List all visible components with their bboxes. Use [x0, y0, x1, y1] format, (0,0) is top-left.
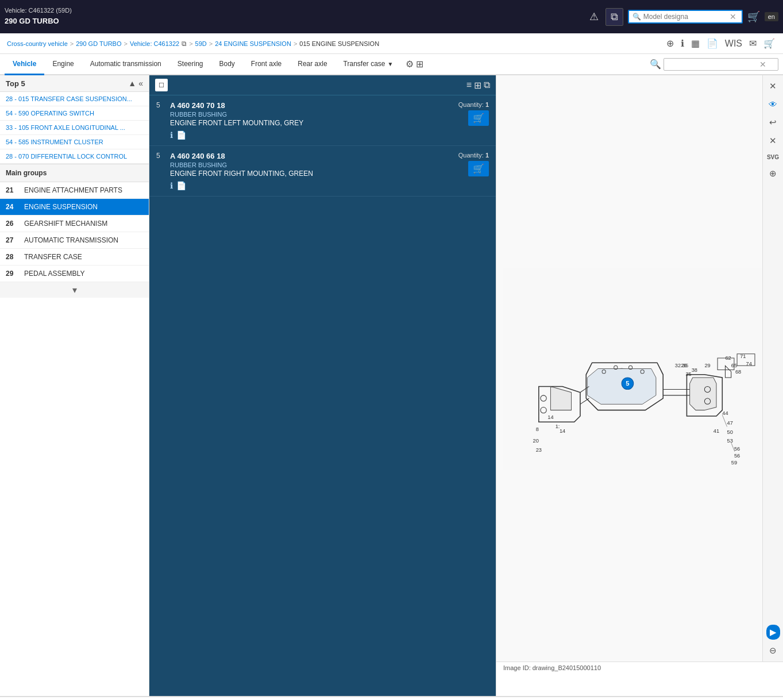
group-num-21: 21: [6, 186, 20, 194]
grid-icon-btn[interactable]: ⊞: [416, 59, 423, 70]
wis-icon-btn[interactable]: WIS: [724, 37, 743, 50]
breadcrumb-sep-1: >: [124, 40, 127, 47]
breadcrumb-sep-2: >: [189, 40, 192, 47]
top5-item-3[interactable]: 54 - 585 INSTRUMENT CLUSTER: [0, 135, 149, 149]
part-row-0-type: RUBBER BUSHING: [170, 111, 454, 118]
group-label-24: ENGINE SUSPENSION: [24, 203, 143, 211]
cart-icon-btn[interactable]: 🛒: [747, 10, 760, 23]
breadcrumb-item-4[interactable]: 24 ENGINE SUSPENSION: [215, 40, 291, 47]
svg-text:23: 23: [536, 447, 542, 452]
main-groups-header: Main groups: [0, 164, 149, 182]
tab-front-axle[interactable]: Front axle: [243, 54, 290, 75]
breadcrumb-sep-3: >: [209, 40, 213, 47]
svg-text:38: 38: [692, 367, 697, 372]
zoom-in-diagram-btn[interactable]: ⊕: [767, 166, 779, 181]
mail-icon-btn[interactable]: ✉: [748, 37, 758, 50]
svg-text:8: 8: [536, 426, 539, 432]
close-diagram-btn[interactable]: ✕: [767, 79, 779, 94]
group-num-27: 27: [6, 236, 20, 244]
svg-text:41: 41: [713, 428, 719, 433]
vehicle-line2: 290 GD TURBO: [5, 16, 583, 28]
part-row-0-num: 5: [156, 101, 165, 109]
part-doc-icon-1[interactable]: 📄: [176, 181, 186, 190]
tab-vehicle[interactable]: Vehicle: [5, 54, 44, 75]
tab-transfer-case[interactable]: Transfer case ▼: [335, 54, 402, 75]
tab-tool-icons: ⚙ ⊞: [406, 59, 423, 70]
svg-text:32 35: 32 35: [675, 363, 688, 368]
copy-vehicle-icon[interactable]: ⧉: [182, 40, 187, 48]
part-info-icon-0[interactable]: ℹ: [170, 130, 173, 140]
tab-search-clear-icon[interactable]: ✕: [759, 60, 766, 69]
scroll-indicator-btn[interactable]: ▶: [766, 625, 780, 640]
breadcrumb-item-1[interactable]: 290 GD TURBO: [76, 40, 121, 47]
part-row-1-icons: ℹ 📄: [170, 181, 454, 190]
part-info-icon-1[interactable]: ℹ: [170, 181, 173, 190]
right-toolbar: ✕ 👁 ↩ ✕ SVG ⊕ ▶ ⊖: [762, 75, 783, 661]
tab-automatic-transmission[interactable]: Automatic transmission: [82, 54, 169, 75]
svg-icon-btn[interactable]: SVG: [765, 152, 781, 163]
add-to-cart-btn-0[interactable]: 🛒: [468, 110, 489, 126]
svg-text:14: 14: [560, 428, 565, 433]
zoom-in-icon-btn[interactable]: ⊕: [665, 37, 675, 50]
group-item-21[interactable]: 21 ENGINE ATTACHMENT PARTS: [0, 182, 149, 199]
crosshair-icon-btn[interactable]: ✕: [767, 133, 779, 148]
bottom-section: 015 ENGINE SUSPENSION ✏ 5: [0, 696, 783, 700]
parts-list-grid-btn[interactable]: ≡: [466, 80, 472, 90]
svg-text:71: 71: [740, 353, 746, 359]
copy-btn[interactable]: ⧉: [605, 8, 623, 26]
right-panel: 5 8 14 14 1: 26 29 41 44 47 50 53 56 56 …: [496, 75, 783, 696]
svg-text:44: 44: [723, 410, 728, 416]
top5-item-4[interactable]: 28 - 070 DIFFERENTIAL LOCK CONTROL: [0, 149, 149, 164]
tab-search-input[interactable]: [668, 60, 759, 68]
breadcrumb-sep-4: >: [294, 40, 297, 47]
language-selector[interactable]: en: [765, 12, 778, 21]
tab-steering[interactable]: Steering: [169, 54, 211, 75]
cart-breadcrumb-btn[interactable]: 🛒: [762, 37, 776, 50]
diagram-image: 5 8 14 14 1: 26 29 41 44 47 50 53 56 56 …: [503, 90, 776, 647]
warning-icon-btn[interactable]: ⚠: [587, 9, 601, 24]
settings-icon-btn[interactable]: ⚙: [406, 59, 414, 70]
group-item-27[interactable]: 27 AUTOMATIC TRANSMISSION: [0, 232, 149, 249]
breadcrumb-item-2[interactable]: Vehicle: C461322: [130, 40, 179, 47]
tab-rear-axle[interactable]: Rear axle: [290, 54, 335, 75]
scroll-down-indicator[interactable]: ▾: [0, 282, 149, 298]
top5-item-0[interactable]: 28 - 015 TRANSFER CASE SUSPENSION...: [0, 92, 149, 106]
part-row-0-desc: ENGINE FRONT LEFT MOUNTING, GREY: [170, 119, 454, 127]
add-to-cart-btn-1[interactable]: 🛒: [468, 161, 489, 176]
part-row-1[interactable]: 5 A 460 240 66 18 RUBBER BUSHING ENGINE …: [149, 146, 496, 197]
eye-icon-btn[interactable]: 👁: [766, 97, 780, 111]
top5-collapse-btn[interactable]: ▲: [128, 79, 136, 88]
tab-body[interactable]: Body: [211, 54, 243, 75]
part-row-0[interactable]: 5 A 460 240 70 18 RUBBER BUSHING ENGINE …: [149, 95, 496, 146]
tab-search-icon[interactable]: 🔍: [650, 59, 661, 70]
part-row-1-details: A 460 240 66 18 RUBBER BUSHING ENGINE FR…: [170, 152, 454, 190]
group-item-28[interactable]: 28 TRANSFER CASE: [0, 249, 149, 266]
group-item-29[interactable]: 29 PEDAL ASSEMBLY: [0, 266, 149, 282]
top5-item-2[interactable]: 33 - 105 FRONT AXLE LONGITUDINAL ...: [0, 121, 149, 135]
breadcrumb-item-5: 015 ENGINE SUSPENSION: [299, 40, 379, 47]
top5-expand-btn[interactable]: «: [138, 79, 143, 88]
breadcrumb: Cross-country vehicle > 290 GD TURBO > V…: [0, 33, 783, 54]
history-icon-btn[interactable]: ↩: [767, 115, 779, 130]
part-doc-icon-0[interactable]: 📄: [176, 130, 186, 140]
svg-text:14: 14: [548, 414, 554, 420]
group-item-26[interactable]: 26 GEARSHIFT MECHANISM: [0, 216, 149, 232]
clear-search-icon[interactable]: ✕: [730, 12, 736, 21]
tab-engine[interactable]: Engine: [44, 54, 82, 75]
breadcrumb-item-3[interactable]: 59D: [195, 40, 207, 47]
document-icon-btn[interactable]: 📄: [705, 37, 719, 50]
model-search-input[interactable]: [643, 13, 730, 21]
info-icon-btn[interactable]: ℹ: [680, 37, 685, 50]
part-row-1-desc: ENGINE FRONT RIGHT MOUNTING, GREEN: [170, 170, 454, 178]
group-item-24[interactable]: 24 ENGINE SUSPENSION: [0, 199, 149, 216]
filter-icon-btn[interactable]: ▦: [690, 37, 701, 50]
zoom-out-diagram-btn[interactable]: ⊖: [767, 643, 779, 658]
group-num-26: 26: [6, 220, 20, 228]
breadcrumb-sep-0: >: [70, 40, 74, 47]
top5-item-1[interactable]: 54 - 590 OPERATING SWITCH: [0, 106, 149, 121]
parts-list: ☐ ≡ ⊞ ⧉ 5 A 460 240 70 18 RUBBER BUSHING…: [149, 75, 496, 696]
breadcrumb-item-0[interactable]: Cross-country vehicle: [7, 40, 68, 47]
parts-list-table-btn[interactable]: ⊞: [474, 80, 481, 91]
group-label-26: GEARSHIFT MECHANISM: [24, 220, 143, 228]
parts-list-expand-btn[interactable]: ⧉: [484, 80, 490, 90]
